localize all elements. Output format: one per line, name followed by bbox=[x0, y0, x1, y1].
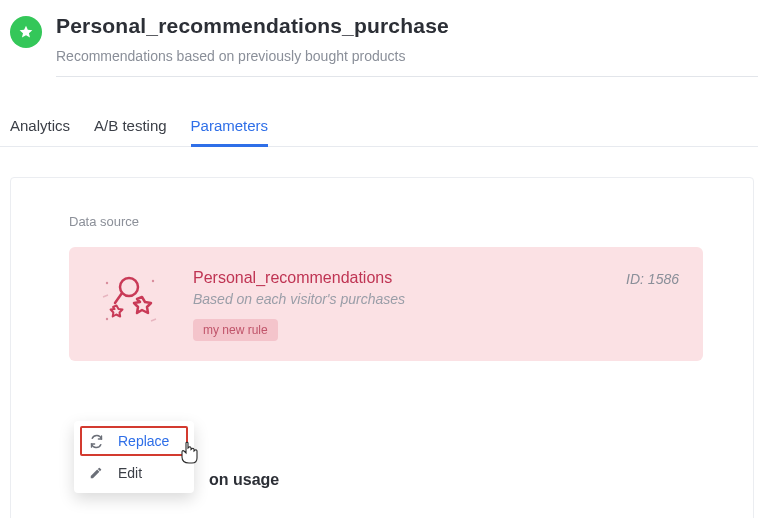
section-label-data-source: Data source bbox=[69, 214, 703, 229]
tab-analytics[interactable]: Analytics bbox=[10, 117, 70, 146]
pencil-icon bbox=[88, 465, 104, 481]
svg-point-3 bbox=[152, 280, 154, 282]
menu-item-edit[interactable]: Edit bbox=[74, 457, 194, 489]
data-source-description: Based on each visitor's purchases bbox=[193, 291, 598, 307]
context-menu: Replace Edit bbox=[74, 421, 194, 493]
tab-bar: Analytics A/B testing Parameters bbox=[0, 77, 758, 147]
page-title: Personal_recommendations_purchase bbox=[56, 14, 758, 38]
refresh-icon bbox=[88, 433, 104, 449]
svg-line-5 bbox=[103, 295, 108, 297]
page-subtitle: Recommendations based on previously boug… bbox=[56, 48, 758, 64]
tab-ab-testing[interactable]: A/B testing bbox=[94, 117, 167, 146]
data-source-tag: my new rule bbox=[193, 319, 278, 341]
data-source-card[interactable]: Personal_recommendations Based on each v… bbox=[69, 247, 703, 361]
menu-item-label: Replace bbox=[118, 433, 169, 449]
data-source-id: ID: 1586 bbox=[626, 271, 679, 287]
menu-item-label: Edit bbox=[118, 465, 142, 481]
data-source-title: Personal_recommendations bbox=[193, 269, 598, 287]
section-heading-usage: on usage bbox=[209, 471, 703, 489]
svg-line-6 bbox=[151, 319, 156, 321]
star-badge-icon bbox=[10, 16, 42, 48]
svg-point-4 bbox=[106, 318, 108, 320]
recommendation-stars-icon bbox=[93, 269, 165, 333]
svg-line-1 bbox=[115, 293, 122, 303]
svg-point-2 bbox=[106, 282, 108, 284]
divider bbox=[56, 76, 758, 77]
menu-item-replace[interactable]: Replace bbox=[74, 425, 194, 457]
tab-parameters[interactable]: Parameters bbox=[191, 117, 269, 146]
